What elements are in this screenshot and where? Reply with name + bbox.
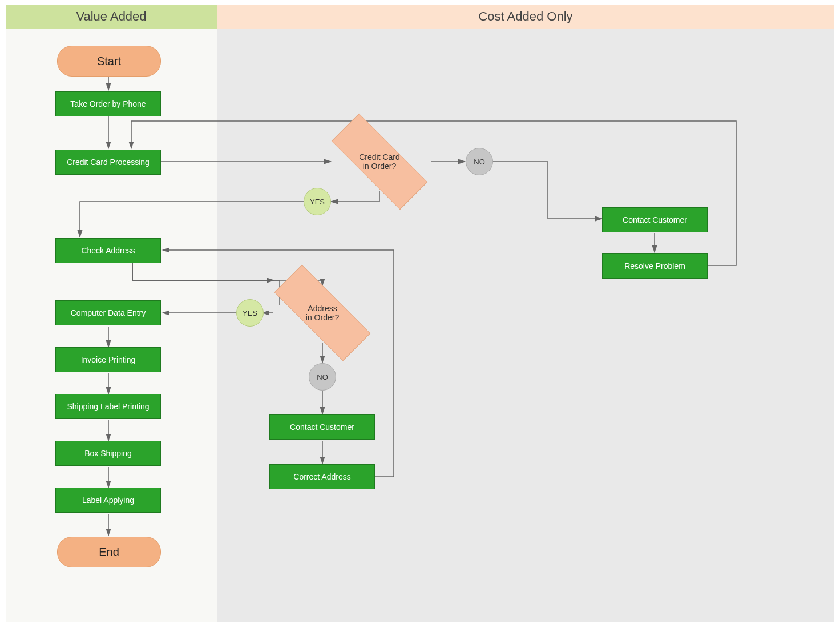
process-invoice-printing: Invoice Printing [55, 347, 161, 372]
decision-address-in-order: Addressin Order? [274, 281, 371, 344]
process-shipping-label-printing: Shipping Label Printing [55, 394, 161, 419]
no-circle-address: NO [309, 363, 336, 391]
process-computer-data-entry: Computer Data Entry [55, 300, 161, 325]
process-resolve-problem: Resolve Problem [602, 253, 708, 279]
terminator-end: End [57, 537, 161, 567]
decision-credit-card-label: Credit Cardin Order? [331, 130, 428, 193]
yes-circle-address: YES [236, 299, 264, 327]
process-take-order: Take Order by Phone [55, 91, 161, 116]
process-label-applying: Label Applying [55, 488, 161, 513]
terminator-start: Start [57, 46, 161, 77]
yes-circle-credit: YES [304, 188, 331, 215]
flowchart-canvas: Value Added Cost Added Only [0, 0, 840, 628]
process-contact-customer-cc: Contact Customer [602, 207, 708, 232]
process-box-shipping: Box Shipping [55, 441, 161, 466]
process-credit-card-processing: Credit Card Processing [55, 150, 161, 175]
process-correct-address: Correct Address [269, 464, 375, 489]
process-contact-customer-addr: Contact Customer [269, 414, 375, 440]
no-circle-credit: NO [466, 148, 493, 175]
decision-address-label: Addressin Order? [274, 281, 371, 344]
decision-credit-card-in-order: Credit Cardin Order? [331, 130, 428, 193]
process-check-address: Check Address [55, 238, 161, 263]
